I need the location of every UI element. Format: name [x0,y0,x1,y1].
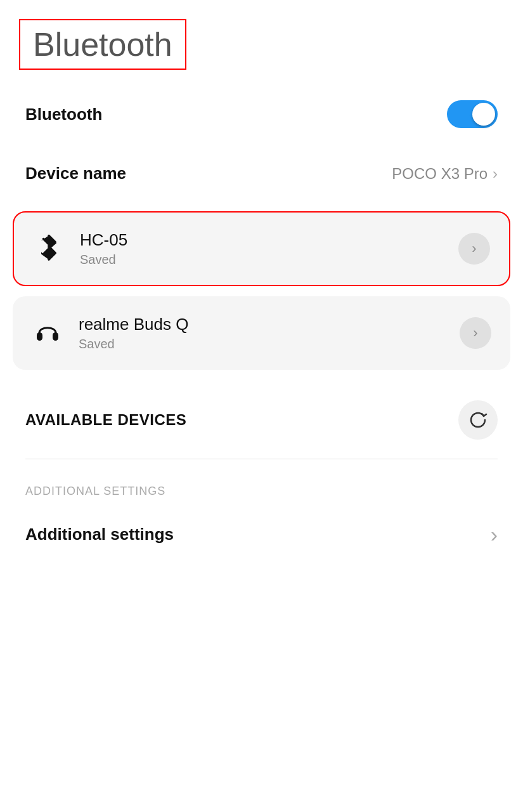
bluetooth-toggle[interactable] [447,100,498,128]
hc05-name: HC-05 [80,230,443,250]
device-name-chevron-icon: › [493,165,498,183]
refresh-button[interactable] [458,400,498,440]
bluetooth-toggle-row: Bluetooth [0,82,523,146]
hc05-info: HC-05 Saved [80,230,443,267]
realme-buds-status: Saved [79,337,444,351]
headphones-icon [32,314,63,352]
additional-settings-heading: ADDITIONAL SETTINGS [25,485,498,498]
additional-settings-section: ADDITIONAL SETTINGS Additional settings … [0,466,523,566]
svg-rect-1 [37,332,42,341]
bluetooth-icon [33,233,65,264]
device-name-value: POCO X3 Pro [392,165,487,183]
bluetooth-toggle-label: Bluetooth [25,105,102,124]
divider [25,459,498,459]
realme-buds-info: realme Buds Q Saved [79,315,444,351]
device-name-label: Device name [25,164,126,183]
toggle-thumb [472,103,495,126]
device-name-row[interactable]: Device name POCO X3 Pro › [0,146,523,201]
device-card-realme-buds[interactable]: realme Buds Q Saved › [13,296,510,370]
realme-buds-arrow[interactable]: › [460,317,491,349]
toggle-track [447,100,498,128]
page-title-section: Bluetooth [0,0,523,82]
svg-rect-2 [53,332,58,341]
additional-settings-row[interactable]: Additional settings › [25,509,498,560]
device-name-value-group: POCO X3 Pro › [392,165,498,183]
realme-buds-name: realme Buds Q [79,315,444,334]
realme-buds-chevron-icon: › [473,325,477,341]
refresh-icon [467,409,489,431]
hc05-status: Saved [80,252,443,267]
hc05-arrow[interactable]: › [458,233,490,265]
paired-devices-list: HC-05 Saved › realme Buds Q Saved › [0,201,523,380]
available-devices-row: AVAILABLE DEVICES [0,380,523,452]
device-card-hc05[interactable]: HC-05 Saved › [13,211,510,286]
additional-settings-chevron-icon: › [491,522,498,547]
additional-settings-label: Additional settings [25,525,174,544]
hc05-chevron-icon: › [472,240,476,257]
page-title: Bluetooth [19,19,186,70]
available-devices-label: AVAILABLE DEVICES [25,411,186,429]
